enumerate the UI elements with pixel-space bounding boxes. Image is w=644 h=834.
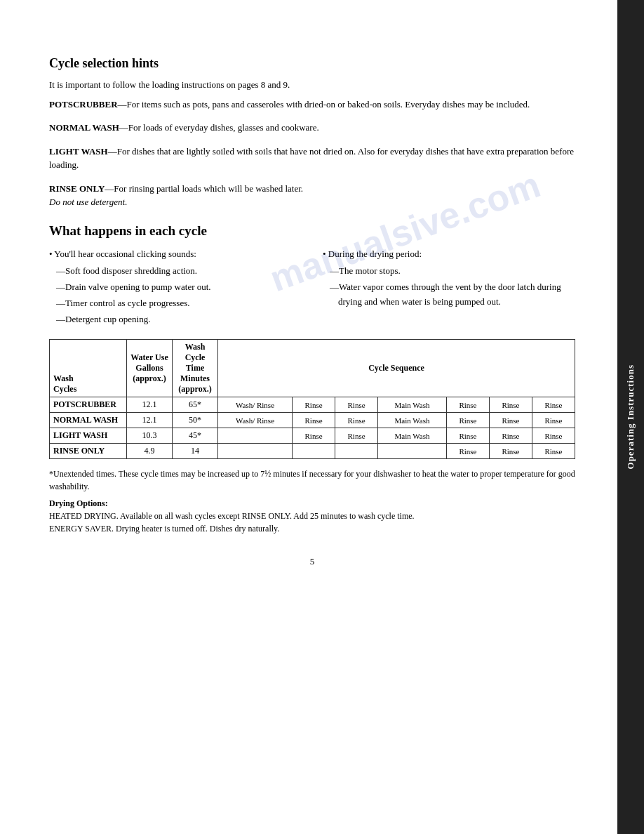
sequence-cell: Main Wash [378,413,447,428]
energy-saver-text: ENERGY SAVER. Drying heater is turned of… [49,524,279,534]
left-bullet-1: • You'll hear occasional clicking sounds… [49,247,302,262]
sequence-cell: Rinse [293,397,335,413]
rinse-only-term: RINSE ONLY [49,183,105,194]
two-col-layout: • You'll hear occasional clicking sounds… [49,247,575,329]
sequence-cell: Rinse [446,444,489,459]
light-wash-term: LIGHT WASH [49,146,108,157]
th-water-use-label: Water UseGallons(approx.) [130,352,168,383]
time-cell: 65* [173,397,218,413]
cycle-name-cell: POTSCRUBBER [50,397,127,413]
table-row: RINSE ONLY4.914 RinseRinseRinse [50,444,575,459]
right-column: • During the drying period: —The motor s… [323,247,575,329]
rinse-only-item: RINSE ONLY—For rinsing partial loads whi… [49,182,575,209]
sequence-cell: Rinse [532,397,575,413]
left-dash-2: —Drain valve opening to pump water out. [56,280,302,295]
main-content: manualsive.com Cycle selection hints It … [0,0,617,834]
drying-label: Drying Options: [49,498,108,508]
sequence-cell: Rinse [489,444,532,459]
water-cell: 4.9 [127,444,173,459]
left-dash-3: —Timer control as cycle progresses. [56,296,302,311]
left-column: • You'll hear occasional clicking sounds… [49,247,302,329]
left-dash-4: —Detergent cup opening. [56,312,302,327]
water-cell: 10.3 [127,428,173,444]
sequence-cell: Rinse [446,413,489,428]
th-cycle-sequence-label: Cycle Sequence [368,363,424,373]
sequence-cell: Rinse [532,444,575,459]
rinse-only-italic: Do not use detergent. [49,197,127,207]
sequence-cell: Rinse [335,397,378,413]
normal-wash-term: NORMAL WASH [49,122,119,133]
cycle-selection-title: Cycle selection hints [49,56,575,71]
sequence-cell: Rinse [293,428,335,444]
potscrubber-desc: —For items such as pots, pans and casser… [118,99,530,110]
right-dash-2: —Water vapor comes through the vent by t… [330,280,575,310]
sequence-cell: Rinse [335,428,378,444]
side-tab: Operating Instructions [617,0,644,834]
th-cycle-sequence: Cycle Sequence [218,340,575,397]
cycle-table: WashCycles Water UseGallons(approx.) Was… [49,339,575,459]
heated-drying-text: HEATED DRYING. Available on all wash cyc… [49,511,415,521]
footnote-asterisk: *Unextended times. These cycle times may… [49,468,575,493]
sequence-cell: Rinse [532,413,575,428]
table-row: LIGHT WASH10.345* RinseRinseMain WashRin… [50,428,575,444]
sequence-cell: Rinse [489,397,532,413]
cycle-name-cell: NORMAL WASH [50,413,127,428]
page-container: manualsive.com Cycle selection hints It … [0,0,644,834]
normal-wash-item: NORMAL WASH—For loads of everyday dishes… [49,121,575,135]
right-bullet-1: • During the drying period: [323,247,575,262]
potscrubber-item: POTSCRUBBER—For items such as pots, pans… [49,98,575,112]
sequence-cell: Rinse [446,397,489,413]
time-cell: 45* [173,428,218,444]
sequence-cell [335,444,378,459]
potscrubber-term: POTSCRUBBER [49,99,118,110]
left-dash-1: —Soft food disposer shredding action. [56,264,302,279]
th-wash-cycles: WashCycles [50,340,127,397]
cycle-name-cell: LIGHT WASH [50,428,127,444]
table-row: NORMAL WASH12.150*Wash/ RinseRinseRinseM… [50,413,575,428]
light-wash-item: LIGHT WASH—For dishes that are lightly s… [49,145,575,172]
cycle-selection-section: Cycle selection hints It is important to… [49,56,575,209]
sequence-cell: Rinse [446,428,489,444]
page-number: 5 [49,556,575,567]
what-happens-title: What happens in each cycle [49,223,575,239]
sequence-cell: Wash/ Rinse [218,397,293,413]
sequence-cell [378,444,447,459]
time-cell: 50* [173,413,218,428]
cycle-selection-intro: It is important to follow the loading in… [49,78,575,92]
footnote-drying: Drying Options: HEATED DRYING. Available… [49,497,575,535]
th-wash-cycles-label: WashCycles [53,373,76,394]
right-dash-1: —The motor stops. [330,264,575,279]
sequence-cell: Rinse [335,413,378,428]
sequence-cell: Rinse [489,428,532,444]
sequence-cell [218,444,293,459]
th-cycle-time: WashCycle TimeMinutes(approx.) [173,340,218,397]
side-tab-label: Operating Instructions [625,364,636,469]
th-cycle-time-label: WashCycle TimeMinutes(approx.) [178,342,211,394]
table-row: POTSCRUBBER12.165*Wash/ RinseRinseRinseM… [50,397,575,413]
rinse-only-desc: —For rinsing partial loads which will be… [105,183,303,194]
sequence-cell: Wash/ Rinse [218,413,293,428]
time-cell: 14 [173,444,218,459]
light-wash-desc: —For dishes that are lightly soiled with… [49,146,574,171]
sequence-cell: Main Wash [378,397,447,413]
th-water-use: Water UseGallons(approx.) [127,340,173,397]
what-happens-section: What happens in each cycle • You'll hear… [49,223,575,329]
cycle-name-cell: RINSE ONLY [50,444,127,459]
water-cell: 12.1 [127,413,173,428]
sequence-cell: Main Wash [378,428,447,444]
normal-wash-desc: —For loads of everyday dishes, glasses a… [119,122,319,133]
sequence-cell: Rinse [489,413,532,428]
sequence-cell: Rinse [293,413,335,428]
sequence-cell [293,444,335,459]
sequence-cell: Rinse [532,428,575,444]
sequence-cell [218,428,293,444]
water-cell: 12.1 [127,397,173,413]
